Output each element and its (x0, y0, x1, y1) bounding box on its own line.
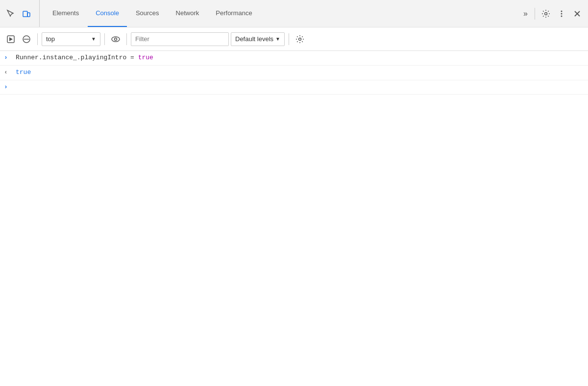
close-icon[interactable] (570, 7, 584, 21)
tab-performance[interactable]: Performance (208, 0, 260, 27)
log-levels-selector[interactable]: Default levels ▼ (231, 32, 285, 46)
separator (535, 8, 535, 20)
console-input-arrow[interactable]: › (4, 53, 12, 63)
tab-network[interactable]: Network (168, 0, 207, 27)
svg-point-14 (298, 38, 301, 40)
console-toolbar: top ▼ Default levels ▼ (0, 27, 588, 51)
tab-console[interactable]: Console (88, 0, 127, 27)
live-expression-icon[interactable] (109, 32, 122, 46)
settings-icon[interactable] (539, 7, 553, 21)
console-line-prompt[interactable]: › (0, 80, 588, 95)
console-prompt-arrow[interactable]: › (4, 82, 12, 93)
device-toolbar-icon[interactable] (20, 7, 33, 21)
filter-input[interactable] (131, 32, 229, 46)
tab-elements[interactable]: Elements (45, 0, 87, 27)
toolbar-sep-3 (126, 33, 127, 45)
svg-point-4 (561, 13, 563, 14)
console-output-value: true (16, 68, 31, 78)
svg-point-2 (545, 12, 547, 15)
toolbar-sep-2 (104, 33, 105, 45)
tab-bar: Elements Console Sources Network Perform… (0, 0, 588, 27)
tab-bar-right: » (520, 7, 584, 21)
console-output-arrow: ‹ (4, 68, 12, 78)
execute-icon[interactable] (4, 32, 18, 46)
svg-rect-1 (27, 13, 30, 17)
tab-sources[interactable]: Sources (128, 0, 167, 27)
svg-point-13 (115, 38, 117, 40)
svg-rect-0 (23, 11, 27, 17)
svg-marker-9 (9, 37, 13, 41)
console-settings-icon[interactable] (293, 32, 307, 46)
inspect-element-icon[interactable] (4, 7, 18, 21)
devtools-icons (4, 0, 40, 27)
svg-point-12 (112, 37, 120, 42)
svg-point-3 (561, 10, 563, 12)
console-line-input: › Runner.instance_.playingIntro = true (0, 51, 588, 66)
console-output: › Runner.instance_.playingIntro = true ‹… (0, 51, 588, 386)
svg-point-5 (561, 15, 563, 17)
context-selector[interactable]: top ▼ (42, 32, 100, 46)
more-options-icon[interactable] (555, 7, 568, 21)
clear-console-icon[interactable] (20, 32, 33, 46)
console-line-output: ‹ true (0, 66, 588, 80)
more-tabs-icon[interactable]: » (520, 7, 531, 20)
console-input-text: Runner.instance_.playingIntro = true (16, 53, 153, 63)
toolbar-sep-1 (37, 33, 38, 45)
console-keyword-true: true (138, 54, 153, 61)
toolbar-sep-4 (289, 33, 289, 45)
